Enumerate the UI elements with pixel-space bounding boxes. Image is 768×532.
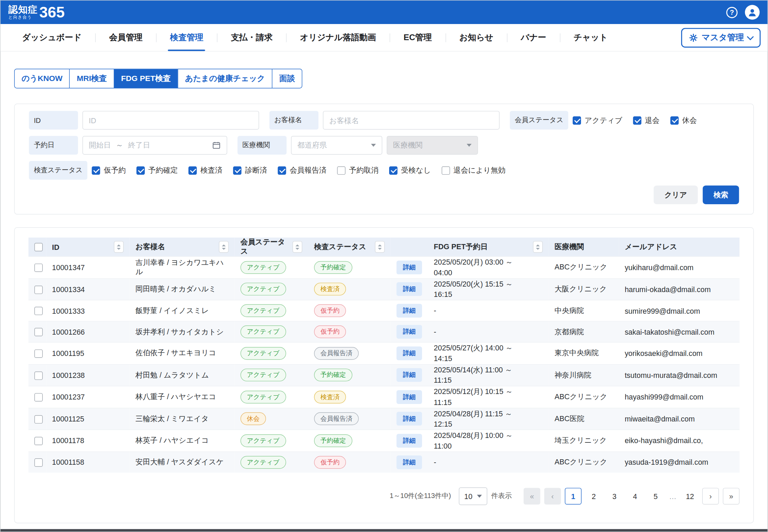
detail-button[interactable]: 詳細 [396, 261, 422, 274]
per-page-select[interactable]: 10 [459, 487, 487, 505]
tab-interview[interactable]: 面談 [272, 69, 302, 88]
row-checkbox[interactable] [34, 286, 43, 294]
checkbox-label: 退会により無効 [453, 166, 505, 175]
date-range-input[interactable]: 開始日 ～ 終了日 [82, 136, 227, 154]
cell-customer: 村田勉 / ムラタツトム [130, 364, 235, 386]
main-nav: ダッシュボード 会員管理 検査管理 支払・請求 オリジナル落語動画 EC管理 お… [0, 24, 767, 51]
chevron-down-icon [467, 144, 472, 147]
checkbox-diagnosed[interactable]: 診断済 [233, 166, 267, 175]
row-checkbox[interactable] [34, 393, 43, 401]
cell-id: 10001238 [46, 364, 129, 386]
row-checkbox[interactable] [34, 415, 43, 423]
checkbox-examined[interactable]: 検査済 [189, 166, 223, 175]
sort-icon[interactable] [114, 241, 124, 253]
tab-brain-health-check[interactable]: あたまの健康チェック [178, 69, 272, 88]
checkbox-icon [442, 166, 450, 174]
nav-item-ec[interactable]: EC管理 [390, 24, 445, 51]
institution-select[interactable]: 医療機関 [387, 136, 478, 154]
nav-item-members[interactable]: 会員管理 [95, 24, 156, 51]
detail-button[interactable]: 詳細 [396, 434, 422, 448]
customer-name-input[interactable] [323, 111, 500, 129]
checkbox-confirmed[interactable]: 予約確定 [137, 166, 178, 175]
pagination-page-12[interactable]: 12 [682, 488, 698, 505]
column-header-email: メールアドレス [619, 238, 740, 256]
exam-type-tabs: のうKNOW MRI検査 FDG PET検査 あたまの健康チェック 面談 [14, 69, 302, 88]
checkbox-active[interactable]: アクティブ [573, 116, 622, 125]
nav-item-rakugo-videos[interactable]: オリジナル落語動画 [286, 24, 390, 51]
detail-button[interactable]: 詳細 [396, 390, 422, 404]
cell-date: 2025/05/20(火) 15:15 ～16:15 [428, 278, 549, 300]
checkbox-not-taken[interactable]: 受検なし [389, 166, 431, 175]
cell-institution: ABCクリニック [549, 386, 619, 408]
table-row: 10001125 三輪栄太 / ミワエイタ 休会 会員報告済 詳細 2025/0… [28, 408, 740, 430]
pagination-next-button[interactable]: › [702, 488, 719, 505]
nav-item-dashboard[interactable]: ダッシュボード [8, 24, 95, 51]
row-checkbox[interactable] [34, 371, 43, 380]
detail-button[interactable]: 詳細 [396, 282, 422, 296]
checkbox-invalid-withdrawn[interactable]: 退会により無効 [442, 166, 505, 175]
row-checkbox[interactable] [34, 307, 43, 315]
cell-institution: 中央病院 [549, 300, 619, 321]
pagination-page-4[interactable]: 4 [627, 488, 643, 505]
exam-status-badge: 仮予約 [314, 456, 346, 469]
row-checkbox[interactable] [34, 328, 43, 336]
checkbox-cancelled[interactable]: 予約取消 [337, 166, 379, 175]
pagination-last-button[interactable]: » [723, 488, 740, 505]
member-status-badge: アクティブ [241, 456, 286, 469]
checkbox-provisional[interactable]: 仮予約 [92, 166, 126, 175]
pagination-page-1[interactable]: 1 [565, 488, 582, 505]
detail-button[interactable]: 詳細 [396, 412, 422, 426]
select-all-checkbox[interactable] [34, 243, 43, 251]
medical-institution-filter-label: 医療機関 [237, 136, 287, 154]
checkbox-withdrawn[interactable]: 退会 [633, 116, 660, 125]
checkbox-member-reported[interactable]: 会員報告済 [278, 166, 327, 175]
detail-button[interactable]: 詳細 [396, 325, 422, 339]
detail-button[interactable]: 詳細 [396, 368, 422, 382]
cell-id: 10001237 [46, 386, 129, 408]
search-button[interactable]: 検索 [703, 186, 739, 204]
tab-fdg-pet[interactable]: FDG PET検査 [114, 69, 177, 88]
row-checkbox[interactable] [34, 459, 43, 467]
tab-mri[interactable]: MRI検査 [69, 69, 114, 88]
user-avatar[interactable] [745, 5, 760, 20]
row-checkbox[interactable] [34, 264, 43, 272]
column-header-detail [391, 238, 428, 256]
nav-item-banner[interactable]: バナー [507, 24, 560, 51]
detail-button[interactable]: 詳細 [396, 346, 422, 360]
cell-customer: 佐伯依子 / サエキヨリコ [130, 342, 235, 364]
cell-customer: 坂井孝利 / サカイタカトシ [130, 321, 235, 342]
row-checkbox[interactable] [34, 349, 43, 358]
column-header-institution: 医療機関 [549, 238, 619, 256]
nav-item-chat[interactable]: チャット [560, 24, 622, 51]
checkbox-suspended[interactable]: 休会 [670, 116, 697, 125]
pagination-page-3[interactable]: 3 [606, 488, 623, 505]
row-checkbox[interactable] [34, 437, 43, 445]
exam-status-badge: 仮予約 [314, 304, 346, 317]
sort-icon[interactable] [292, 241, 302, 253]
checkbox-label: 会員報告済 [290, 166, 326, 175]
help-glyph: ? [730, 8, 734, 16]
sort-icon[interactable] [533, 241, 543, 253]
pagination-page-5[interactable]: 5 [647, 488, 664, 505]
id-input[interactable] [82, 111, 259, 129]
sort-icon[interactable] [375, 241, 385, 253]
tab-nouknow[interactable]: のうKNOW [15, 69, 69, 88]
pagination-page-2[interactable]: 2 [585, 488, 602, 505]
nav-label: お知らせ [459, 32, 493, 43]
help-icon[interactable]: ? [726, 7, 737, 18]
nav-item-billing[interactable]: 支払・請求 [217, 24, 287, 51]
cell-date: 2025/05/14(水) 11:00 ～11:15 [428, 364, 549, 386]
nav-item-exams[interactable]: 検査管理 [156, 24, 217, 51]
master-management-button[interactable]: マスタ管理 [681, 28, 761, 47]
nav-item-news[interactable]: お知らせ [445, 24, 507, 51]
nav-label: EC管理 [404, 32, 432, 43]
cell-institution: ABCクリニック [549, 452, 619, 473]
detail-button[interactable]: 詳細 [396, 304, 422, 317]
pagination-prev-button[interactable]: ‹ [544, 488, 561, 505]
customer-name-filter-label: お客様名 [269, 111, 318, 129]
sort-icon[interactable] [219, 241, 229, 253]
detail-button[interactable]: 詳細 [396, 455, 422, 469]
clear-button[interactable]: クリア [654, 186, 698, 204]
pagination-first-button[interactable]: « [524, 488, 540, 505]
prefecture-select[interactable]: 都道府県 [291, 136, 382, 154]
